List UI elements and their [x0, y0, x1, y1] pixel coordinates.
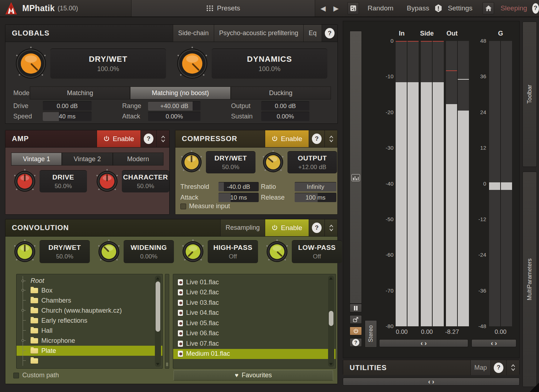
knob-value-box[interactable]: CHARACTER 50.0%: [122, 170, 169, 192]
knob-value-box[interactable]: LOW-PASS Off: [292, 240, 342, 263]
utilities-collapse-button[interactable]: [506, 360, 519, 375]
utilities-help-button[interactable]: ?: [490, 360, 506, 375]
knob[interactable]: [14, 47, 48, 80]
knob-value-box[interactable]: DRY/WET 50.0%: [206, 151, 255, 173]
compressor-enable-button[interactable]: Enable: [265, 130, 309, 147]
knob[interactable]: [13, 239, 37, 264]
popout-button[interactable]: [350, 315, 362, 324]
multiparameters-collapsed-strip[interactable]: MultiParameters: [522, 172, 537, 387]
amp-tab-vintage-1[interactable]: Vintage 1: [11, 153, 62, 165]
meter-hscrollbar[interactable]: ‹ ›: [379, 339, 468, 347]
param-drive-input[interactable]: 0.00 dB: [43, 101, 92, 111]
knob-value-box[interactable]: DYNAMICS 100.0%: [212, 48, 327, 79]
help-icon[interactable]: ?: [532, 3, 539, 14]
custom-path-checkbox[interactable]: [13, 373, 19, 378]
home-icon[interactable]: [483, 2, 494, 14]
knob[interactable]: [97, 239, 121, 264]
knob[interactable]: [261, 150, 285, 174]
file-item[interactable]: Live 05.flac: [173, 318, 336, 328]
knob[interactable]: [265, 239, 289, 264]
sleeping-indicator[interactable]: Sleeping: [500, 2, 528, 14]
amp-tab-modern[interactable]: Modern: [113, 153, 163, 165]
knob-value-box[interactable]: HIGH-PASS Off: [208, 240, 258, 263]
tree-scrollbar-thumb[interactable]: [156, 281, 160, 332]
convolution-help-button[interactable]: ?: [309, 219, 324, 236]
tree-item[interactable]: Chambers: [17, 295, 162, 305]
knob[interactable]: [180, 150, 203, 174]
resize-grip[interactable]: [530, 383, 539, 392]
settings-button[interactable]: Settings: [447, 2, 474, 14]
knob[interactable]: [181, 239, 205, 264]
param-threshold-input[interactable]: -40.0 dB: [218, 182, 259, 191]
mode-option[interactable]: Ducking: [231, 87, 331, 99]
tree-item[interactable]: Early reflections: [17, 316, 162, 326]
list-splitter[interactable]: [165, 274, 169, 369]
param-output-input[interactable]: 0.00 dB: [261, 101, 309, 111]
tree-item[interactable]: Plate: [17, 346, 162, 356]
file-item[interactable]: Live 04.flac: [173, 308, 336, 318]
file-item[interactable]: Live 02.flac: [173, 288, 336, 298]
knob[interactable]: [95, 169, 119, 193]
globals-help-button[interactable]: ?: [322, 25, 337, 42]
file-item[interactable]: Live 06.flac: [173, 328, 336, 339]
globals-tab-psycho-acoustic-prefiltering[interactable]: Psycho-acoustic prefiltering: [214, 25, 303, 42]
amp-enable-button[interactable]: Enable: [97, 130, 140, 147]
param-speed-input[interactable]: 40 ms: [43, 112, 92, 121]
custom-path-toggle[interactable]: Custom path: [13, 372, 59, 379]
mode-option[interactable]: Matching (no boost): [130, 87, 230, 99]
knob-value-box[interactable]: WIDENING 0.00%: [124, 240, 174, 263]
convolution-collapse-button[interactable]: [324, 219, 337, 236]
knob[interactable]: [175, 47, 209, 80]
param-sustain-input[interactable]: 0.00%: [261, 112, 309, 121]
param-attack-input[interactable]: 10 ms: [218, 193, 259, 202]
pause-button[interactable]: [350, 304, 362, 312]
tree-item[interactable]: Church (www.hauptwerk.cz): [17, 305, 162, 316]
amp-tab-vintage-2[interactable]: Vintage 2: [62, 153, 112, 165]
tree-item-root[interactable]: Root: [17, 276, 162, 285]
random-button[interactable]: Random: [367, 2, 394, 14]
toolbar-collapsed-strip[interactable]: Toolbar: [522, 22, 537, 167]
favourites-button[interactable]: ♥ Favourites: [174, 370, 333, 381]
next-preset-button[interactable]: ▶: [330, 2, 342, 14]
mode-option[interactable]: Matching: [30, 87, 130, 99]
tree-scrollbar[interactable]: [155, 276, 161, 367]
stereo-mode-button[interactable]: Stereo: [365, 320, 377, 347]
knob-value-box[interactable]: DRIVE 50.0%: [40, 170, 87, 192]
compressor-collapse-button[interactable]: [324, 130, 337, 147]
file-item[interactable]: Live 01.flac: [173, 277, 336, 288]
resampling-button[interactable]: Resampling: [220, 219, 265, 236]
globals-tab-eq[interactable]: Eq: [303, 25, 322, 42]
utilities-hscrollbar[interactable]: ‹ ›: [343, 378, 520, 386]
presets-button[interactable]: Presets: [131, 0, 315, 17]
bypass-button[interactable]: Bypass: [406, 2, 430, 14]
param-range-input[interactable]: +40.00 dB: [148, 101, 201, 111]
dice-icon[interactable]: [347, 2, 359, 14]
file-item[interactable]: Live 03.flac: [173, 298, 336, 308]
gain-hscrollbar[interactable]: ‹ ›: [471, 339, 516, 347]
measure-input-toggle[interactable]: Measure input: [180, 202, 230, 210]
amp-collapse-button[interactable]: [156, 130, 169, 147]
param-attack-input[interactable]: 0.00%: [148, 112, 201, 121]
convolution-enable-button[interactable]: Enable: [265, 219, 309, 236]
tree-item-clipped[interactable]: [17, 356, 162, 366]
tree-item[interactable]: Hall: [17, 326, 162, 336]
file-scrollbar[interactable]: [328, 276, 334, 367]
amp-help-button[interactable]: ?: [140, 130, 156, 147]
meter-power-button[interactable]: [350, 327, 362, 335]
knob-value-box[interactable]: OUTPUT +12.00 dB: [287, 151, 337, 173]
map-button[interactable]: Map: [470, 360, 490, 375]
knob-value-box[interactable]: DRY/WET 50.0%: [40, 240, 90, 263]
meter-help-button[interactable]: ?: [350, 338, 362, 347]
meter-zoom-slider[interactable]: [350, 31, 362, 304]
param-release-input[interactable]: 100 ms: [295, 193, 336, 202]
file-scrollbar-thumb[interactable]: [329, 311, 333, 326]
file-item[interactable]: Medium 01.flac: [173, 349, 336, 359]
globals-tab-side-chain[interactable]: Side-chain: [173, 25, 214, 42]
knob-value-box[interactable]: DRY/WET 100.0%: [50, 48, 166, 79]
file-item[interactable]: Live 07.flac: [173, 339, 336, 349]
param-ratio-input[interactable]: Infinity: [295, 182, 336, 191]
knob[interactable]: [13, 169, 37, 193]
warning-icon[interactable]: [433, 2, 444, 14]
measure-input-checkbox[interactable]: [180, 204, 186, 209]
compressor-help-button[interactable]: ?: [309, 130, 324, 147]
